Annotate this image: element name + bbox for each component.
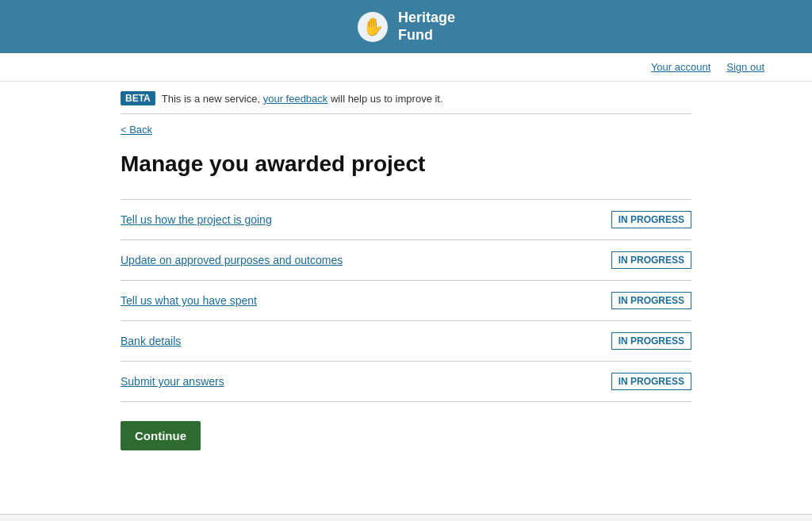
svg-text:✋: ✋ xyxy=(362,16,384,37)
task-link-2[interactable]: Update on approved purposes and outcomes xyxy=(121,254,343,266)
site-header: ✋ Heritage Fund xyxy=(0,0,812,53)
beta-tag: BETA xyxy=(121,91,155,105)
site-footer: Get support Accessibility statement Cook… xyxy=(0,514,812,521)
feedback-link[interactable]: your feedback xyxy=(263,93,328,105)
task-link-5[interactable]: Submit your answers xyxy=(121,375,224,388)
table-row: Bank details IN PROGRESS xyxy=(121,321,691,362)
continue-button[interactable]: Continue xyxy=(121,421,201,450)
page-title: Manage you awarded project xyxy=(121,151,691,177)
task-list: Tell us how the project is going IN PROG… xyxy=(121,199,691,402)
status-badge-3: IN PROGRESS xyxy=(611,292,691,309)
status-badge-5: IN PROGRESS xyxy=(611,373,691,390)
table-row: Tell us what you have spent IN PROGRESS xyxy=(121,281,691,321)
your-account-link[interactable]: Your account xyxy=(651,61,710,73)
status-badge-4: IN PROGRESS xyxy=(611,332,691,350)
table-row: Update on approved purposes and outcomes… xyxy=(121,240,691,281)
sign-out-link[interactable]: Sign out xyxy=(726,61,764,73)
main-content: BETA This is a new service, your feedbac… xyxy=(105,82,707,482)
status-badge-1: IN PROGRESS xyxy=(611,211,691,228)
top-nav: Your account Sign out xyxy=(0,53,812,82)
site-title: Heritage Fund xyxy=(398,10,455,44)
back-link[interactable]: < Back xyxy=(121,124,152,136)
footer-links: Get support Accessibility statement Cook… xyxy=(0,515,812,521)
task-link-4[interactable]: Bank details xyxy=(121,335,181,347)
beta-banner: BETA This is a new service, your feedbac… xyxy=(121,82,691,114)
table-row: Tell us how the project is going IN PROG… xyxy=(121,200,691,240)
beta-text: This is a new service, your feedback wil… xyxy=(162,93,443,105)
task-link-3[interactable]: Tell us what you have spent xyxy=(121,294,257,307)
task-link-1[interactable]: Tell us how the project is going xyxy=(121,213,272,226)
table-row: Submit your answers IN PROGRESS xyxy=(121,362,691,402)
status-badge-2: IN PROGRESS xyxy=(611,251,691,269)
lottery-logo: ✋ xyxy=(357,11,389,43)
